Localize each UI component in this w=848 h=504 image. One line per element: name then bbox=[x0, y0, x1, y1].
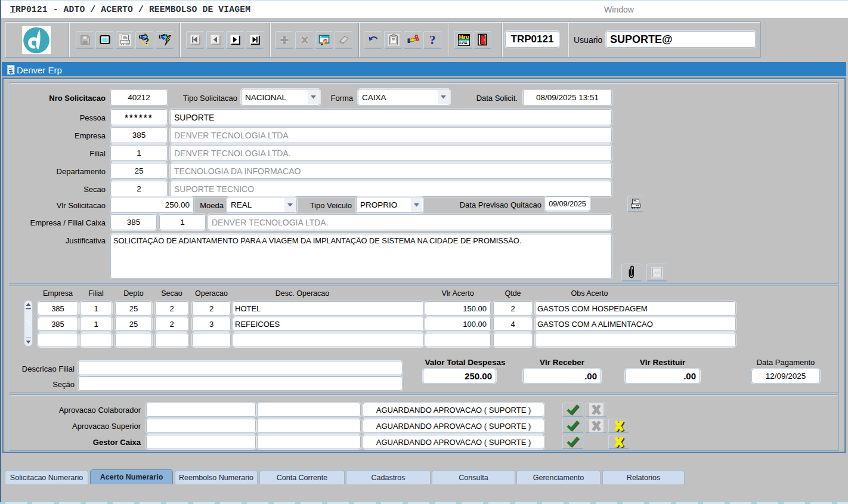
svg-text:Menu: Menu bbox=[459, 34, 469, 40]
svg-text:?: ? bbox=[429, 33, 436, 47]
svg-text:?: ? bbox=[144, 36, 149, 45]
